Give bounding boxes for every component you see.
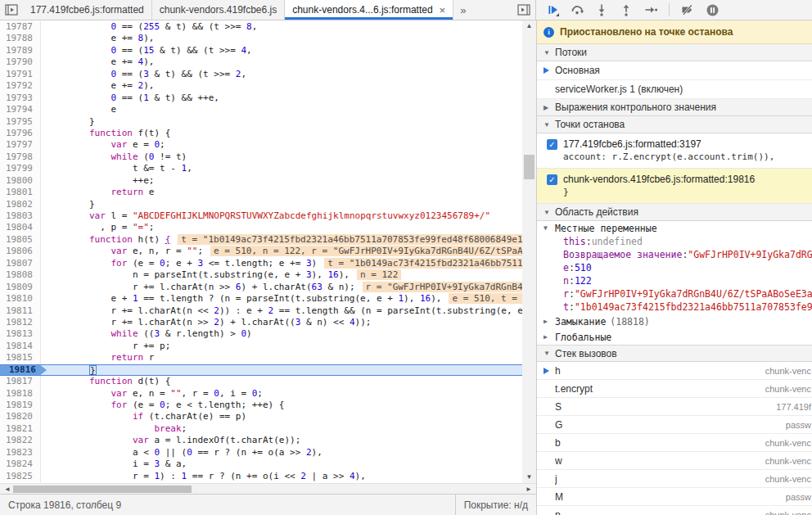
line-number[interactable]: 19819 — [0, 400, 41, 411]
code-line[interactable]: 19824 i = 3 & a, — [0, 459, 522, 470]
code-text[interactable]: for (e = 0; e + 3 <= t.length; e += 3)t … — [41, 258, 522, 269]
code-text[interactable]: r += l.charAt(n << 2)) : e + 2 == t.leng… — [41, 305, 522, 317]
section-callstack[interactable]: ▼ Стек вызовов — [537, 345, 812, 362]
line-number[interactable]: 19790 — [0, 56, 41, 68]
code-text[interactable]: e — [41, 104, 522, 115]
callstack-frame[interactable]: Gpassw — [537, 416, 812, 434]
line-number[interactable]: 19803 — [0, 210, 41, 222]
tab[interactable]: 177.419fcbe6.js:formatted — [23, 0, 152, 20]
callstack-frame[interactable]: Mpassw — [537, 488, 812, 506]
breakpoint-checkbox[interactable]: ✓ — [547, 174, 557, 185]
deactivate-breakpoints-button[interactable] — [679, 2, 696, 17]
pane-toggle-button[interactable] — [512, 0, 535, 20]
code-text[interactable]: e += 8), — [41, 33, 522, 44]
line-number[interactable]: 19820 — [0, 411, 41, 422]
code-line[interactable]: 19788 e += 8), — [0, 33, 522, 44]
code-text[interactable]: return e — [41, 187, 522, 198]
code-line[interactable]: 19801 return e — [0, 187, 522, 198]
code-line[interactable]: 19798 while (0 != t) — [0, 151, 522, 163]
breakpoint-checkbox[interactable]: ✓ — [547, 139, 557, 150]
section-scope[interactable]: ▼ Область действия — [537, 204, 812, 221]
code-line[interactable]: 19789 0 == (15 & t) && (t >>= 4, — [0, 45, 522, 56]
line-number[interactable]: 19805 — [0, 234, 41, 246]
section-threads[interactable]: ▼ Потоки — [537, 44, 812, 61]
step-out-button[interactable] — [618, 2, 634, 17]
code-line[interactable]: 19805 function h(t) {t = "1b0149ac73f421… — [0, 234, 522, 246]
code-line[interactable]: 19807 for (e = 0; e + 3 <= t.length; e +… — [0, 258, 522, 269]
scope-variable[interactable]: t: "1b0149ac73f4215fbd2321a46bb7511a7078… — [537, 300, 812, 314]
breakpoint-entry[interactable]: ✓chunk-vendors.419fcbe6.js:formatted:198… — [537, 169, 812, 204]
code-text[interactable]: n = parseInt(t.substring(e, e + 3), 16),… — [41, 269, 522, 281]
tab[interactable]: chunk-vendors.419fcbe6.js — [152, 0, 285, 20]
step-over-button[interactable] — [569, 2, 585, 17]
line-number[interactable]: 19801 — [0, 187, 41, 198]
line-number[interactable]: 19806 — [0, 246, 41, 257]
code-line[interactable]: 19814 r += p; — [0, 341, 522, 352]
close-tab-icon[interactable]: × — [440, 5, 446, 16]
code-text[interactable]: } — [41, 199, 522, 210]
line-number[interactable]: 19823 — [0, 447, 41, 459]
line-number[interactable]: 19799 — [0, 163, 41, 174]
callstack-frame[interactable]: t.encryptchunk-venc — [537, 380, 812, 398]
horizontal-scrollbar-thumb[interactable] — [13, 486, 192, 493]
scope-variable[interactable]: Возвращаемое значение: "GwFJrHP0IV+9IyGk… — [537, 248, 812, 261]
code-text[interactable]: while ((3 & r.length) > 0) — [41, 328, 522, 340]
code-text[interactable]: break; — [41, 423, 522, 435]
line-number[interactable]: 19792 — [0, 80, 41, 92]
line-number[interactable]: 19825 — [0, 471, 41, 482]
code-line[interactable]: 19802 } — [0, 199, 522, 210]
code-line[interactable]: 19813 while ((3 & r.length) > 0) — [0, 328, 522, 340]
line-number[interactable]: 19804 — [0, 222, 41, 233]
code-text[interactable]: } — [41, 116, 522, 128]
line-number[interactable]: 19818 — [0, 388, 41, 400]
line-number[interactable]: 19798 — [0, 151, 41, 163]
scope-variable[interactable]: r: "GwFJrHP0IV+9IyGka7dRGnB4U/6Z/tSPaABo… — [537, 287, 812, 300]
line-number[interactable]: 19788 — [0, 33, 41, 44]
step-button[interactable] — [643, 2, 659, 17]
section-breakpoints[interactable]: ▼ Точки останова — [537, 116, 812, 133]
code-line[interactable]: 19799 t &= t - 1, — [0, 163, 522, 174]
thread-item[interactable]: Основная — [537, 61, 812, 80]
line-number[interactable]: 19808 — [0, 269, 41, 281]
line-number[interactable]: 19810 — [0, 293, 41, 305]
callstack-frame[interactable]: hchunk-venc — [537, 362, 812, 380]
line-number[interactable]: 19793 — [0, 93, 41, 104]
code-text[interactable]: function h(t) {t = "1b0149ac73f4215fbd23… — [41, 234, 522, 246]
scope-variable[interactable]: e: 510 — [537, 261, 812, 274]
vertical-scrollbar[interactable]: ▲ ▼ — [522, 20, 536, 483]
line-number[interactable]: 19794 — [0, 104, 41, 115]
code-text[interactable]: 0 == (255 & t) && (t >>= 8, — [41, 21, 522, 33]
code-text[interactable]: var a = l.indexOf(t.charAt(e)); — [41, 435, 522, 446]
code-line[interactable]: 19793 0 == (1 & t) && ++e, — [0, 93, 522, 104]
code-line[interactable]: 19820 if (t.charAt(e) == p) — [0, 411, 522, 422]
callstack-frame[interactable]: pchunk-venc — [537, 506, 812, 515]
line-number[interactable]: 19821 — [0, 423, 41, 435]
code-line[interactable]: 19811 r += l.charAt(n << 2)) : e + 2 == … — [0, 305, 522, 317]
code-line[interactable]: 19819 for (e = 0; e < t.length; ++e) { — [0, 400, 522, 411]
code-line[interactable]: 19797 var e = 0; — [0, 139, 522, 151]
code-line[interactable]: 19817 function d(t) { — [0, 376, 522, 387]
code-text[interactable]: , p = "="; — [41, 222, 522, 233]
code-line[interactable]: 19804 , p = "="; — [0, 222, 522, 233]
line-number[interactable]: 19824 — [0, 459, 41, 470]
code-text[interactable]: var e = 0; — [41, 139, 522, 151]
scope-group[interactable]: ▶Замыкание(18818) — [537, 314, 812, 329]
code-text[interactable]: 0 == (15 & t) && (t >>= 4, — [41, 45, 522, 56]
more-tabs-button[interactable]: » — [453, 0, 472, 20]
line-number[interactable]: 19807 — [0, 258, 41, 269]
scroll-up-arrow[interactable]: ▲ — [522, 20, 536, 32]
code-text[interactable]: r = 1) : 1 == r ? (n += o(i << 2 | a >> … — [41, 471, 522, 482]
code-line[interactable]: 19809 r += l.charAt(n >> 6) + l.charAt(6… — [0, 282, 522, 293]
code-text[interactable]: r += p; — [41, 341, 522, 352]
resume-button[interactable] — [544, 2, 561, 17]
line-number[interactable]: 19802 — [0, 199, 41, 210]
code-text[interactable]: 0 == (3 & t) && (t >>= 2, — [41, 69, 522, 80]
pause-on-exceptions-button[interactable] — [704, 2, 720, 17]
code-line[interactable]: 19803 var l = "ABCDEFGHIJKLMNOPQRSTUVWXY… — [0, 210, 522, 222]
code-line[interactable]: 19815 return r — [0, 352, 522, 364]
line-number[interactable]: 19812 — [0, 317, 41, 328]
code-line[interactable]: 19800 ++e; — [0, 175, 522, 187]
code-text[interactable]: e + 1 == t.length ? (n = parseInt(t.subs… — [41, 293, 522, 305]
callstack-frame[interactable]: wchunk-venc — [537, 452, 812, 470]
code-line[interactable]: 19806 var e, n, r = "";e = 510, n = 122,… — [0, 246, 522, 257]
